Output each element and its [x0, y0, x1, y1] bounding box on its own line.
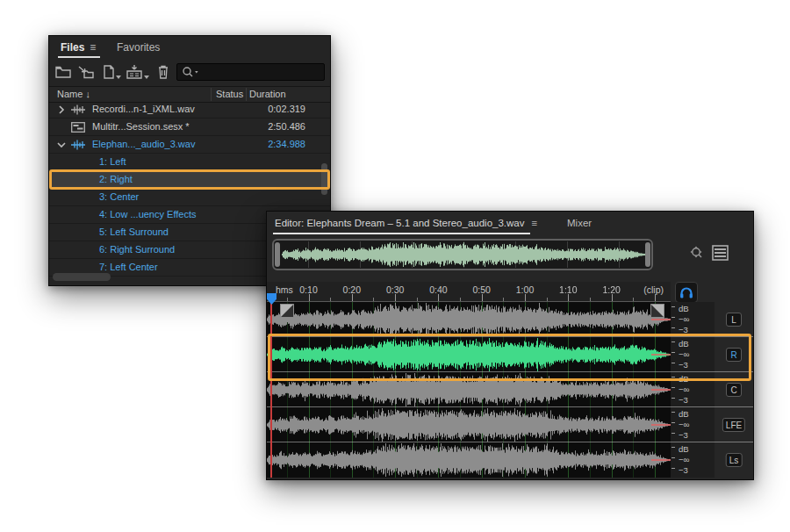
overview-range-bar[interactable] — [272, 239, 653, 270]
db-label: dB — [679, 444, 689, 454]
open-folder-icon[interactable] — [54, 63, 72, 81]
overview-waveform[interactable] — [282, 241, 647, 268]
ruler-tick — [633, 298, 634, 301]
selection-highlight-box — [49, 169, 330, 190]
column-name[interactable]: Name — [57, 89, 83, 99]
ruler-tick-label: 0:10 — [299, 284, 317, 295]
ruler-unit-label: hms — [276, 284, 293, 295]
channel-row[interactable]: 3: Center — [49, 189, 330, 206]
ruler-tick — [503, 298, 504, 301]
waveform-canvas-c[interactable] — [267, 372, 671, 407]
fade-out-handle-icon[interactable] — [650, 304, 664, 318]
db-scale: dB −∞ −3 — [671, 442, 715, 478]
sort-arrow-icon: ↓ — [85, 89, 90, 99]
channel-button-ls[interactable]: Ls — [726, 453, 743, 467]
dropdown-caret-icon — [116, 75, 121, 79]
chevron-down-icon[interactable] — [57, 140, 71, 149]
ruler-tick — [568, 294, 569, 301]
multitrack-session-icon — [71, 122, 92, 133]
neg-inf-label: −∞ — [679, 455, 689, 464]
range-handle-right[interactable] — [645, 242, 650, 267]
db-scale: dB −∞ −3 — [671, 372, 715, 407]
timeline-ruler[interactable]: hms (clip) 0:100:200:300:400:501:001:101… — [267, 282, 671, 302]
files-toolbar — [49, 61, 330, 84]
active-tab-underline — [58, 56, 100, 58]
channel-name: 2: Right — [99, 171, 133, 188]
tab-mixer[interactable]: Mixer — [567, 218, 592, 228]
ruler-tick-label: 0:40 — [429, 284, 447, 295]
ruler-tick — [330, 298, 331, 301]
new-file-icon[interactable] — [102, 63, 119, 81]
range-handle-left[interactable] — [275, 242, 280, 267]
insert-into-multitrack-icon[interactable] — [126, 63, 143, 81]
chevron-right-icon[interactable] — [57, 105, 71, 114]
file-row[interactable]: Recordi...n-1_iXML.wav 0:02.319 — [49, 101, 330, 119]
file-name: Multitr...Session.sesx * — [92, 119, 190, 135]
tab-files[interactable]: Files≡ — [61, 41, 96, 54]
waveform-canvas-ls[interactable] — [267, 442, 671, 478]
db-label: dB — [679, 304, 689, 313]
file-name: Elephan..._audio_3.wav — [92, 136, 195, 153]
column-duration[interactable]: Duration — [249, 89, 286, 99]
neg-3-label: −3 — [679, 325, 688, 334]
db-scale: dB −∞ −3 — [671, 407, 715, 442]
delete-trash-icon[interactable] — [156, 63, 174, 81]
tab-editor[interactable]: Editor: Elephants Dream – 5.1 and Stereo… — [275, 218, 537, 228]
panel-menu-icon[interactable]: ≡ — [532, 218, 538, 228]
column-status[interactable]: Status — [216, 89, 243, 99]
channel-name: 3: Center — [99, 189, 139, 205]
db-scale: dB −∞ −3 — [671, 337, 715, 372]
ruler-tick — [417, 298, 418, 301]
file-duration: 0:02.319 — [268, 101, 305, 118]
horizontal-scrollbar-thumb[interactable] — [53, 273, 111, 281]
ruler-tick — [655, 294, 656, 301]
channel-button-r[interactable]: R — [726, 348, 742, 362]
waveform-file-icon — [71, 104, 92, 115]
neg-inf-label: −∞ — [679, 314, 689, 324]
waveform-file-icon — [71, 140, 92, 150]
tab-favorites[interactable]: Favorites — [117, 41, 160, 54]
channel-name: 5: Left Surround — [99, 224, 169, 241]
file-row[interactable]: Multitr...Session.sesx * 2:50.486 — [49, 119, 330, 136]
file-duration: 2:50.486 — [268, 119, 305, 135]
neg-3-label: −3 — [679, 395, 688, 405]
neg-inf-label: −∞ — [679, 385, 689, 394]
ruler-tick — [438, 294, 439, 301]
zoom-tool-icon[interactable] — [687, 244, 707, 263]
ruler-tick — [460, 298, 461, 301]
track-ls: dB −∞ −3 Ls — [267, 442, 753, 478]
panel-menu-icon[interactable]: ≡ — [90, 41, 96, 54]
channel-name: 6: Right Surround — [99, 241, 175, 258]
channel-button-c[interactable]: C — [726, 383, 742, 397]
vertical-scrollbar-thumb[interactable] — [321, 163, 327, 195]
track-c: dB −∞ −3 C — [267, 372, 753, 407]
waveform-canvas-lfe[interactable] — [267, 407, 671, 442]
column-divider[interactable] — [246, 88, 247, 101]
ruler-tick — [590, 298, 591, 301]
channel-row[interactable]: 1: Left — [49, 154, 330, 171]
channel-button-l[interactable]: L — [726, 313, 742, 327]
waveform-track-area: dB −∞ −3 L dB −∞ −3 R dB −∞ −3 — [267, 302, 753, 478]
import-file-icon[interactable] — [77, 63, 95, 81]
files-panel-tab-bar: Files≡ Favorites — [49, 36, 330, 60]
track-r: dB −∞ −3 R — [267, 337, 753, 372]
ruler-tick-label: 1:00 — [516, 284, 534, 295]
playhead-line — [270, 302, 272, 478]
waveform-canvas-l[interactable] — [267, 302, 671, 337]
monitor-headphones-button[interactable] — [675, 282, 698, 303]
waveform-canvas-r[interactable] — [267, 337, 671, 372]
channel-row-selected[interactable]: 2: Right — [49, 171, 330, 189]
channel-button-lfe[interactable]: LFE — [722, 418, 745, 432]
ruler-tick — [309, 294, 310, 301]
headphones-icon — [679, 286, 693, 298]
dropdown-caret-icon — [144, 75, 149, 79]
column-divider[interactable] — [211, 88, 212, 101]
ruler-tick — [352, 294, 353, 301]
ruler-tick-label: 0:20 — [343, 284, 361, 295]
editor-panel: Editor: Elephants Dream – 5.1 and Stereo… — [266, 211, 754, 480]
db-label: dB — [679, 339, 689, 349]
fade-in-handle-icon[interactable] — [280, 304, 294, 318]
search-input[interactable] — [176, 63, 325, 81]
file-row[interactable]: Elephan..._audio_3.wav 2:34.988 — [49, 136, 330, 154]
track-list-icon[interactable] — [712, 245, 729, 261]
